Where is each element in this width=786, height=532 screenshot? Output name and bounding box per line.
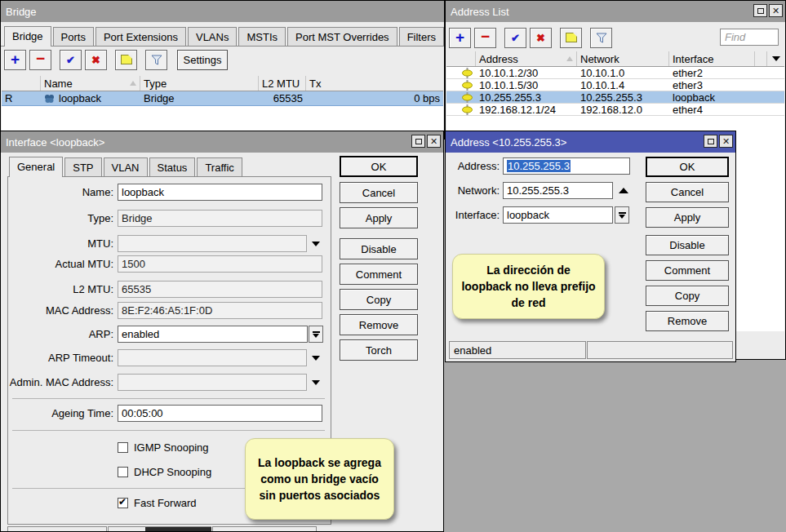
address-table-header[interactable]: Address Network Interface [446, 51, 784, 67]
tab-status[interactable]: Status [149, 157, 196, 176]
dhcp-snooping-checkbox[interactable] [118, 467, 128, 477]
add-address-button[interactable]: + [449, 28, 471, 48]
l2-mtu-label: L2 MTU: [6, 281, 113, 298]
address-row[interactable]: 192.168.12.1/24 192.168.12.0 ether4 [446, 104, 784, 116]
interface-select[interactable]: loopback [503, 206, 613, 224]
funnel-icon [596, 33, 607, 43]
ok-button[interactable]: OK [646, 157, 729, 177]
network-cell: 192.168.12.0 [577, 104, 669, 115]
tab-filters[interactable]: Filters [399, 27, 444, 46]
name-field[interactable]: loopback [118, 184, 322, 201]
igmp-snooping-checkbox[interactable] [118, 442, 128, 453]
remove-button[interactable]: − [29, 50, 51, 70]
chevron-down-icon [313, 334, 319, 338]
arp-select[interactable]: enabled [118, 326, 308, 343]
igmp-snooping-row[interactable]: IGMP Snooping [118, 441, 209, 454]
apply-button[interactable]: Apply [340, 207, 418, 228]
fast-forward-row[interactable]: Fast Forward [118, 496, 197, 509]
funnel-icon [151, 55, 162, 65]
address-row[interactable]: 10.10.1.2/30 10.10.1.0 ether2 [446, 67, 784, 79]
address-row[interactable]: 10.10.1.5/30 10.10.1.4 ether3 [446, 79, 784, 91]
col-icon[interactable] [446, 51, 476, 66]
col-address[interactable]: Address [476, 51, 577, 66]
filter-address-button[interactable] [590, 28, 612, 48]
arp-dropdown-button[interactable] [309, 326, 323, 343]
tab-stp[interactable]: STP [64, 157, 101, 176]
tab-bridge[interactable]: Bridge [4, 26, 51, 47]
settings-button[interactable]: Settings [177, 50, 228, 70]
col-flags[interactable] [2, 76, 41, 91]
comment-button[interactable]: Comment [340, 264, 418, 285]
ok-button[interactable]: OK [340, 156, 418, 177]
close-button[interactable]: ✕ [719, 135, 733, 148]
comment-button[interactable] [115, 50, 137, 70]
disable-button[interactable]: Disable [340, 238, 418, 259]
col-type[interactable]: Type [140, 76, 259, 91]
ageing-time-field[interactable]: 00:05:00 [118, 405, 322, 422]
disable-button[interactable]: Disable [646, 235, 729, 255]
address-field[interactable]: 10.255.255.3 [503, 157, 630, 175]
network-field[interactable]: 10.255.255.3 [503, 182, 613, 199]
interface-dropdown-button[interactable] [615, 206, 629, 224]
torch-button[interactable]: Torch [340, 339, 418, 361]
remove-button[interactable]: Remove [646, 311, 729, 331]
tab-general[interactable]: General [9, 157, 63, 177]
remove-address-button[interactable]: − [474, 28, 496, 48]
network-up-arrow-icon[interactable] [619, 188, 628, 193]
enable-button[interactable]: ✔ [60, 50, 82, 70]
disable-button[interactable]: ✖ [85, 50, 107, 70]
tab-vlans[interactable]: VLANs [188, 27, 237, 46]
bridge-row-loopback[interactable]: R loopback Bridge 65535 0 bps [2, 91, 443, 106]
bridge-table-header[interactable]: Name Type L2 MTU Tx [2, 76, 443, 91]
maximize-button[interactable] [411, 135, 425, 148]
close-button[interactable]: ✕ [769, 4, 783, 17]
copy-button[interactable]: Copy [340, 289, 418, 310]
filter-button[interactable] [145, 50, 167, 70]
comment-button[interactable]: Comment [646, 260, 729, 281]
mtu-dropdown-icon[interactable] [312, 242, 320, 246]
col-name[interactable]: Name [41, 76, 140, 91]
fast-forward-checkbox[interactable] [118, 498, 128, 508]
apply-button[interactable]: Apply [646, 207, 729, 228]
tab-traffic[interactable]: Traffic [197, 157, 242, 176]
cancel-button[interactable]: Cancel [646, 182, 729, 202]
arp-timeout-dropdown-icon[interactable] [312, 356, 320, 361]
close-button[interactable]: ✕ [427, 135, 441, 148]
tab-mstis[interactable]: MSTIs [238, 27, 286, 46]
interface-dialog-titlebar[interactable]: Interface <loopback> [1, 131, 443, 153]
cancel-button[interactable]: Cancel [340, 182, 418, 203]
admin-mac-field[interactable] [118, 374, 307, 391]
find-input[interactable] [720, 29, 779, 46]
tab-ports[interactable]: Ports [53, 27, 94, 46]
remove-button[interactable]: Remove [340, 314, 418, 335]
minus-icon: − [36, 51, 45, 66]
comment-address-button[interactable] [560, 28, 582, 48]
address-list-titlebar[interactable]: Address List [446, 1, 785, 22]
enable-address-button[interactable]: ✔ [504, 28, 526, 48]
dhcp-snooping-row[interactable]: DHCP Snooping [118, 465, 211, 478]
add-button[interactable]: + [4, 50, 26, 70]
admin-mac-dropdown-icon[interactable] [312, 380, 320, 385]
disable-address-button[interactable]: ✖ [530, 28, 552, 48]
col-network[interactable]: Network [577, 51, 669, 66]
col-tx[interactable]: Tx [306, 76, 443, 91]
bridge-row-type: Bridge [140, 91, 259, 105]
tab-port-mst-overrides[interactable]: Port MST Overrides [287, 27, 397, 46]
interface-cell: ether3 [669, 79, 755, 91]
arp-timeout-field[interactable] [118, 349, 307, 366]
bridge-titlebar[interactable]: Bridge [1, 1, 444, 22]
tab-vlan[interactable]: VLAN [104, 157, 148, 176]
address-dialog-titlebar[interactable]: Address <10.255.255.3> [446, 131, 735, 153]
col-l2mtu[interactable]: L2 MTU [259, 76, 306, 91]
mtu-field[interactable] [118, 235, 307, 252]
maximize-button[interactable] [753, 4, 767, 17]
col-interface[interactable]: Interface [669, 51, 755, 66]
bridge-row-flag: R [2, 91, 41, 105]
copy-button[interactable]: Copy [646, 286, 729, 306]
address-row[interactable]: 10.255.255.3 10.255.255.3 loopback [446, 91, 784, 104]
tab-port-extensions[interactable]: Port Extensions [95, 27, 186, 46]
maximize-button[interactable] [704, 135, 717, 148]
interface-status-segment [212, 526, 317, 532]
column-select-button[interactable] [767, 51, 784, 66]
separator [12, 430, 325, 431]
